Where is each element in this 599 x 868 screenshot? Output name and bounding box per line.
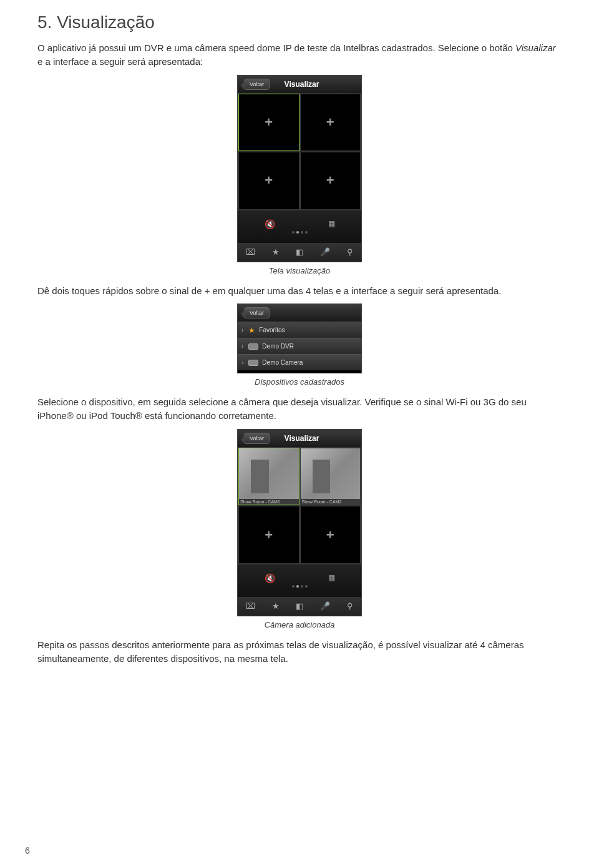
camera-label: Show Room - CAM2 [301, 499, 361, 505]
video-cell-1[interactable]: Show Room - CAM1 [238, 448, 300, 506]
device-label: Demo Camera [262, 359, 303, 366]
favorite-icon[interactable]: ★ [272, 601, 280, 611]
mic-icon[interactable]: 🎤 [320, 247, 330, 257]
close-camera-icon[interactable]: ⌧ [246, 247, 255, 257]
bottom-bar: 🔇 ▦ [238, 210, 361, 243]
back-button[interactable]: Voltar [244, 433, 270, 444]
plus-icon: + [265, 172, 273, 189]
mute-icon[interactable]: 🔇 [265, 219, 275, 229]
screenshot-visualizar-cameras: Voltar Visualizar Show Room - CAM1 Show … [237, 429, 362, 616]
plus-icon: + [326, 114, 334, 131]
p1-part2: e a interface a seguir será apresentada: [37, 56, 203, 67]
video-cell-2[interactable]: Show Room - CAM2 [300, 448, 361, 506]
paragraph-1: O aplicativo já possui um DVR e uma câme… [37, 41, 562, 69]
mute-icon[interactable]: 🔇 [265, 573, 275, 583]
plus-icon: + [265, 114, 273, 131]
plus-icon: + [265, 527, 273, 543]
camera-label: Show Room - CAM1 [239, 499, 299, 505]
favorite-icon[interactable]: ★ [272, 247, 280, 257]
paragraph-2: Dê dois toques rápidos sobre o sinal de … [37, 284, 562, 298]
video-cell-3[interactable]: + [238, 506, 300, 564]
p1-part1: O aplicativo já possui um DVR e uma câme… [37, 42, 515, 53]
back-button[interactable]: Voltar [244, 307, 270, 318]
grid-icon[interactable]: ▦ [328, 573, 335, 583]
bottom-bar: 🔇 ▦ [238, 565, 361, 597]
back-button[interactable]: Voltar [244, 79, 270, 90]
caption-1: Tela visualização [37, 266, 562, 275]
caption-2: Dispositivos cadastrados [37, 377, 562, 387]
snapshot-icon[interactable]: ◧ [296, 247, 303, 257]
paragraph-4: Repita os passos descritos anteriormente… [37, 638, 562, 666]
plus-icon: + [326, 172, 334, 189]
video-cell-1[interactable]: + [238, 94, 300, 152]
header-title: Visualizar [270, 434, 334, 443]
camera-feed [239, 448, 299, 505]
video-cell-4[interactable]: + [300, 506, 361, 564]
video-grid: Show Room - CAM1 Show Room - CAM2 + + [238, 447, 361, 565]
toolbar: ⌧ ★ ◧ 🎤 ⚲ [238, 597, 361, 616]
video-cell-3[interactable]: + [238, 152, 300, 210]
plus-icon: + [326, 527, 334, 543]
dvr-icon [248, 343, 258, 350]
video-cell-2[interactable]: + [300, 94, 361, 152]
video-cell-4[interactable]: + [300, 152, 361, 210]
dvr-icon [248, 360, 258, 366]
header-title: Visualizar [270, 80, 334, 89]
toolbar: ⌧ ★ ◧ 🎤 ⚲ [238, 243, 361, 262]
chevron-down-icon: › [241, 327, 243, 333]
device-row-demo-dvr[interactable]: › Demo DVR [238, 338, 361, 354]
device-row-demo-camera[interactable]: › Demo Camera [238, 354, 361, 370]
app-header: Voltar [238, 304, 361, 322]
ptz-icon[interactable]: ⚲ [347, 247, 353, 257]
device-label: Favoritos [259, 327, 285, 333]
app-header: Voltar Visualizar [238, 76, 361, 93]
grid-icon[interactable]: ▦ [328, 219, 335, 229]
app-header: Voltar Visualizar [238, 430, 361, 447]
screenshot-device-list: Voltar › ★ Favoritos › Demo DVR › Demo C… [237, 303, 362, 373]
screenshot-visualizar-empty: Voltar Visualizar + + + + 🔇 ▦ ⌧ ★ ◧ 🎤 ⚲ [237, 75, 362, 262]
chevron-down-icon: › [241, 359, 243, 366]
ptz-icon[interactable]: ⚲ [347, 601, 353, 611]
device-row-favoritos[interactable]: › ★ Favoritos [238, 322, 361, 338]
camera-feed [301, 448, 361, 505]
paragraph-3: Selecione o dispositivo, em seguida sele… [37, 395, 562, 423]
star-icon: ★ [248, 326, 255, 335]
snapshot-icon[interactable]: ◧ [296, 601, 303, 611]
section-heading: 5. Visualização [37, 12, 562, 32]
page-number: 6 [25, 846, 30, 856]
caption-3: Câmera adicionada [37, 620, 562, 629]
close-camera-icon[interactable]: ⌧ [246, 601, 255, 611]
page-dots [292, 231, 308, 234]
page-dots [292, 585, 308, 588]
p1-italic: Visualizar [515, 42, 556, 53]
chevron-down-icon: › [241, 343, 243, 350]
device-label: Demo DVR [262, 343, 294, 350]
video-grid: + + + + [238, 93, 361, 210]
mic-icon[interactable]: 🎤 [320, 601, 330, 611]
